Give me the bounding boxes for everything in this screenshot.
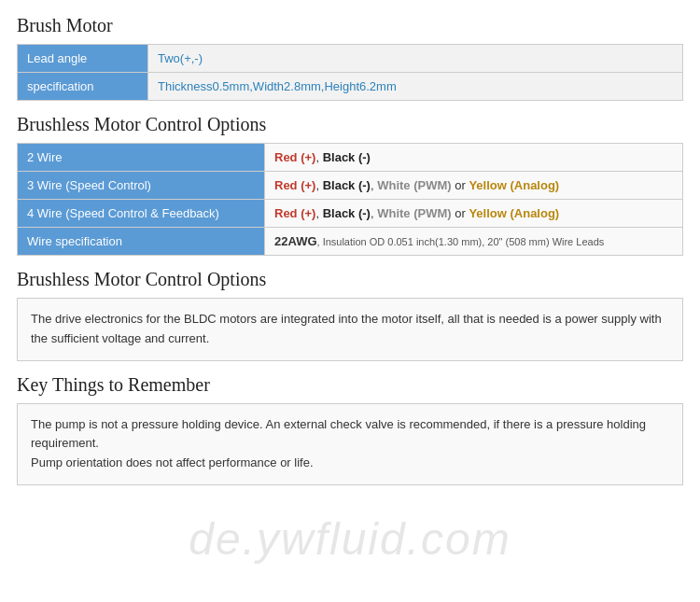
specification-value: Thickness0.5mm,Width2.8mm,Height6.2mm (148, 73, 683, 101)
brushless-control-title-1: Brushless Motor Control Options (17, 114, 683, 135)
wire-spec-label: Wire specification (18, 228, 265, 256)
table-row: 4 Wire (Speed Control & Feedback) Red (+… (18, 200, 683, 228)
table-row: 3 Wire (Speed Control) Red (+), Black (-… (18, 172, 683, 200)
white-label-2: White (PWM) (377, 206, 451, 220)
wire-spec-detail: , Insulation OD 0.051 inch(1.30 mm), 20"… (317, 236, 605, 247)
key-things-box: The pump is not a pressure holding devic… (17, 403, 683, 485)
specification-label: specification (18, 73, 148, 101)
key-things-item-2: Pump orientation does not affect perform… (31, 454, 669, 473)
wire-2-value: Red (+), Black (-) (265, 144, 683, 172)
key-things-title: Key Things to Remember (17, 374, 683, 396)
red-label-3: Red (+) (274, 206, 315, 220)
brushless-control-title-2: Brushless Motor Control Options (17, 269, 683, 290)
watermark: de.ywfluid.com (0, 513, 700, 565)
wire-gauge: 22AWG (274, 234, 317, 248)
lead-angle-value-text: Two(+,-) (158, 51, 203, 65)
yellow-label-2: Yellow (Analog) (469, 206, 559, 220)
lead-angle-value: Two(+,-) (148, 45, 683, 73)
yellow-label: Yellow (Analog) (469, 178, 559, 192)
brush-motor-table: Lead angle Two(+,-) specification Thickn… (17, 44, 683, 101)
lead-angle-label: Lead angle (18, 45, 148, 73)
table-row: Wire specification 22AWG, Insulation OD … (18, 228, 683, 256)
wire-3-value: Red (+), Black (-), White (PWM) or Yello… (265, 172, 683, 200)
wire-4-value: Red (+), Black (-), White (PWM) or Yello… (265, 200, 683, 228)
black-label-2: Black (-) (323, 178, 371, 192)
wire-spec-value: 22AWG, Insulation OD 0.051 inch(1.30 mm)… (265, 228, 683, 256)
red-label: Red (+) (274, 150, 315, 164)
brushless-info-text: The drive electronics for the BLDC motor… (31, 312, 662, 345)
table-row: 2 Wire Red (+), Black (-) (18, 144, 683, 172)
red-label-2: Red (+) (274, 178, 315, 192)
key-things-item-1: The pump is not a pressure holding devic… (31, 415, 669, 455)
wire-3-label: 3 Wire (Speed Control) (18, 172, 265, 200)
wire-2-label: 2 Wire (18, 144, 265, 172)
page-wrapper: Brush Motor Lead angle Two(+,-) specific… (0, 0, 700, 602)
black-label: Black (-) (323, 150, 371, 164)
wire-4-label: 4 Wire (Speed Control & Feedback) (18, 200, 265, 228)
table-row: specification Thickness0.5mm,Width2.8mm,… (18, 73, 683, 101)
brushless-info-box: The drive electronics for the BLDC motor… (17, 298, 683, 361)
table-row: Lead angle Two(+,-) (18, 45, 683, 73)
brush-motor-title: Brush Motor (17, 15, 683, 36)
white-label: White (PWM) (377, 178, 451, 192)
black-label-3: Black (-) (323, 206, 371, 220)
specification-value-text: Thickness0.5mm,Width2.8mm,Height6.2mm (158, 79, 397, 93)
brushless-control-table: 2 Wire Red (+), Black (-) 3 Wire (Speed … (17, 143, 683, 256)
